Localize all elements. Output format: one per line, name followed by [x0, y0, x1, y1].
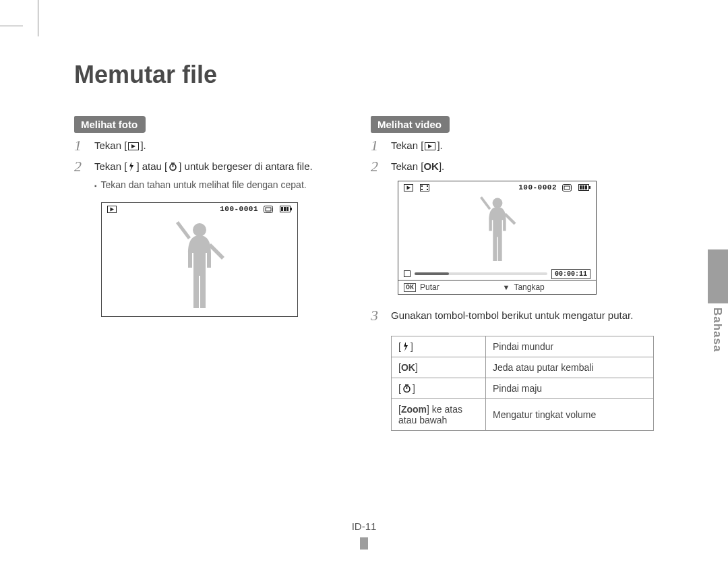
control-key: [Zoom] ke atas atau bawah	[392, 398, 486, 430]
controls-table: [] Pindai mundur [OK] Jeda atau putar ke…	[391, 336, 654, 431]
text: ].	[439, 160, 444, 172]
ok-label: OK	[423, 160, 439, 172]
photo-preview-frame: 100-0001	[101, 202, 298, 317]
step-number: 3	[371, 308, 391, 323]
down-arrow-icon: ▼	[503, 283, 510, 291]
side-tab-block	[708, 249, 728, 303]
section-title-photo: Melihat foto	[74, 116, 146, 133]
step-text: Gunakan tombol-tombol berikut untuk meng…	[391, 308, 633, 324]
svg-rect-21	[421, 185, 423, 187]
timer-icon	[402, 384, 411, 393]
playback-icon	[404, 184, 413, 191]
step-number: 2	[74, 159, 94, 174]
svg-rect-12	[281, 207, 283, 211]
table-row: [Zoom] ke atas atau bawah Mengatur tingk…	[392, 398, 654, 430]
svg-rect-28	[589, 186, 590, 189]
svg-point-32	[492, 198, 502, 208]
video-progress-bar: 00:00:11	[398, 268, 596, 280]
page-title: Memutar file	[74, 61, 654, 89]
photo-image-area	[102, 215, 297, 316]
caption-right: ▼ Tangkap	[497, 280, 597, 294]
zoom-label: Zoom	[401, 404, 427, 415]
table-row: [OK] Jeda atau putar kembali	[392, 357, 654, 378]
svg-rect-9	[266, 208, 271, 211]
step-text: Tekan [OK].	[391, 159, 444, 175]
video-status-bar: 100-0002	[398, 181, 596, 194]
table-row: [] Pindai maju	[392, 378, 654, 398]
person-silhouette-icon	[473, 195, 522, 265]
ok-label: OK	[401, 362, 415, 373]
svg-rect-30	[582, 185, 584, 189]
svg-rect-11	[291, 208, 292, 210]
battery-icon	[280, 206, 292, 212]
text: ] atau [	[136, 160, 167, 172]
step-text: Tekan [] atau [] untuk bergeser di antar…	[94, 159, 313, 175]
text: Tangkap	[514, 283, 544, 292]
photo-status-bar: 100-0001	[102, 203, 297, 215]
progress-fill	[415, 272, 449, 275]
control-key: []	[392, 336, 486, 357]
movie-icon	[420, 184, 429, 191]
svg-marker-19	[407, 185, 411, 189]
svg-rect-13	[284, 207, 286, 211]
stop-icon	[404, 270, 411, 277]
control-desc: Mengatur tingkat volume	[486, 398, 654, 430]
photo-step-2: 2 Tekan [] atau [] untuk bergeser di ant…	[74, 159, 324, 175]
video-step-3: 3 Gunakan tombol-tombol berikut untuk me…	[371, 308, 654, 324]
control-key: [OK]	[392, 357, 486, 378]
control-key: []	[392, 378, 486, 398]
text: Tekan [	[391, 160, 423, 172]
video-step-2: 2 Tekan [OK].	[371, 159, 654, 175]
svg-rect-26	[564, 186, 570, 189]
manual-page: Memutar file Melihat foto 1 Tekan []. 2	[0, 0, 728, 563]
status-left	[402, 184, 431, 191]
timer-icon	[169, 162, 177, 171]
text: Tekan [	[94, 140, 127, 151]
page-number-block	[360, 537, 368, 550]
column-photo: Melihat foto 1 Tekan []. 2 Tekan [] atau…	[74, 116, 324, 431]
control-desc: Pindai maju	[486, 378, 654, 398]
caption-left: OK Putar	[398, 280, 497, 294]
text: Tekan dan tahan untuk melihat file denga…	[101, 179, 307, 190]
table-row: [] Pindai mundur	[392, 336, 654, 357]
text: ].	[140, 140, 146, 151]
language-label: Bahasa	[710, 307, 724, 352]
svg-point-15	[193, 223, 206, 237]
text: ].	[437, 140, 442, 151]
person-silhouette-icon	[169, 219, 230, 314]
side-tab: Bahasa	[708, 249, 728, 371]
playback-icon	[128, 142, 139, 150]
video-steps: 1 Tekan []. 2 Tekan [OK].	[371, 138, 654, 431]
photo-steps: 1 Tekan []. 2 Tekan [] atau [] untuk ber…	[74, 138, 324, 317]
video-preview-frame: 100-0002	[398, 181, 597, 295]
svg-rect-8	[264, 206, 273, 212]
step-number: 1	[371, 138, 391, 153]
svg-marker-1	[131, 144, 135, 148]
svg-rect-22	[421, 189, 423, 190]
video-time: 00:00:11	[551, 269, 590, 279]
photo-counter: 100-0001	[220, 205, 258, 213]
ok-icon: OK	[404, 283, 416, 292]
step-text: Tekan [].	[391, 138, 443, 154]
svg-rect-29	[580, 185, 582, 189]
step-number: 2	[371, 159, 391, 174]
video-area: 100-0002	[398, 181, 596, 280]
photo-step-1: 1 Tekan [].	[74, 138, 324, 154]
status-right: 100-0001	[220, 205, 293, 213]
svg-rect-14	[286, 207, 289, 211]
photo-bullet: Tekan dan tahan untuk melihat file denga…	[94, 179, 324, 193]
step-text: Tekan [].	[94, 138, 146, 154]
content-area: Memutar file Melihat foto 1 Tekan []. 2	[74, 61, 654, 536]
svg-marker-2	[129, 162, 133, 171]
flash-icon	[402, 342, 409, 351]
columns: Melihat foto 1 Tekan []. 2 Tekan [] atau…	[74, 116, 654, 431]
memory-icon	[264, 206, 273, 213]
svg-rect-31	[585, 185, 587, 189]
crop-marks	[0, 0, 728, 40]
text: Putar	[420, 283, 439, 292]
control-desc: Jeda atau putar kembali	[486, 357, 654, 378]
svg-marker-17	[428, 144, 432, 148]
text: Tekan [	[94, 160, 127, 172]
svg-rect-23	[427, 185, 428, 187]
video-counter: 100-0002	[518, 183, 557, 191]
